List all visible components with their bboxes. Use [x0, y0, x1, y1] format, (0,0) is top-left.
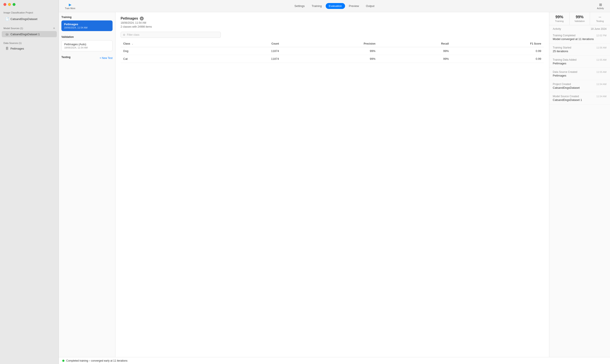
eval-subtitle: 18/06/2024, 11:54 AM	[121, 21, 544, 24]
activity-entry-value: PetImages	[553, 74, 607, 77]
col-count: Count	[207, 40, 282, 47]
eval-table: Class ⌄ Count Precision Recall F1 Score …	[121, 40, 544, 63]
activity-entry: Project Created 11:54 AM CatsandDogsData…	[549, 80, 610, 92]
activity-date-row: Activity 18 June 2024	[549, 25, 610, 31]
validation-item[interactable]: PetImages (Auto) 18/06/2024, 11:54 AM	[61, 40, 112, 51]
stat-testing-label: Testing	[596, 20, 604, 22]
activity-entry-time: 11:56 AM	[596, 46, 607, 49]
activity-button[interactable]: ⊞ Activity	[594, 1, 607, 11]
tab-settings[interactable]: Settings	[291, 3, 308, 9]
new-test-label: + New Test	[100, 56, 112, 60]
data-source-label: PetImages	[11, 47, 24, 50]
close-button[interactable]	[3, 3, 6, 6]
col-recall: Recall	[378, 40, 452, 47]
stat-training-value: 99%	[555, 15, 563, 19]
activity-entry-header: Training Completed 12:02 PM	[553, 34, 607, 37]
table-row: Dog 11874 99% 99% 0.99	[121, 47, 544, 55]
activity-entry-header: Project Created 11:54 AM	[553, 83, 607, 86]
cell-count: 11874	[207, 47, 282, 55]
stat-validation: 99% Validation	[569, 12, 590, 25]
testing-section: Testing + New Test	[61, 56, 112, 62]
activity-entry-value: Model converged at 11 iterations	[553, 37, 607, 41]
model-source-label: CatsandDogsDataset 1	[11, 33, 40, 36]
new-test-button[interactable]: + New Test	[100, 56, 112, 60]
filter-icon: ⊙	[123, 33, 125, 36]
data-source-icon: 🗄	[5, 47, 9, 50]
project-title: Image Classification Project	[0, 9, 58, 16]
activity-entry-title: Training Data Added	[553, 58, 576, 61]
stat-testing: -- Testing	[590, 12, 610, 25]
play-icon: ▶	[69, 3, 71, 7]
sidebar-item-dataset[interactable]: 📄 CatsandDogsDataset	[2, 16, 57, 22]
sort-icon[interactable]: ⌄	[131, 43, 133, 45]
activity-entry-time: 11:55 AM	[596, 58, 607, 61]
status-bar: Completed training – converged early at …	[59, 357, 610, 364]
validation-section-title: Validation	[61, 35, 112, 39]
activity-label: Activity	[597, 7, 604, 10]
add-model-source-button[interactable]: +	[53, 26, 55, 30]
dataset-icon: 📄	[5, 17, 9, 21]
activity-entry-header: Training Started 11:56 AM	[553, 46, 607, 49]
train-more-button[interactable]: ▶ Train More	[62, 1, 78, 11]
activity-icon: ⊞	[599, 3, 602, 7]
validation-item-date: 18/06/2024, 11:54 AM	[64, 46, 110, 49]
filter-row: ⊙ Filter class	[121, 32, 544, 38]
activity-entry-value: 25 iterations	[553, 50, 607, 53]
activity-entry-time: 11:55 AM	[596, 71, 607, 73]
activity-entry-time: 12:02 PM	[596, 34, 607, 37]
cell-class: Dog	[121, 47, 207, 55]
activity-entry-title: Model Source Created	[553, 95, 579, 98]
tab-preview[interactable]: Preview	[346, 3, 362, 9]
nav-tabs: Settings Training Evaluation Preview Out…	[291, 3, 377, 9]
activity-entry-time: 11:54 AM	[596, 95, 607, 98]
activity-entry-time: 11:54 AM	[596, 83, 607, 85]
stats-row: 99% Training 99% Validation -- Testing	[549, 12, 610, 25]
status-text: Completed training – converged early at …	[66, 359, 127, 362]
col-f1score: F1 Score	[452, 40, 544, 47]
activity-list: Training Completed 12:02 PM Model conver…	[549, 31, 610, 104]
tab-training[interactable]: Training	[308, 3, 325, 9]
data-sources-header: Data Sources (1)	[0, 41, 58, 45]
cell-f1: 0.99	[452, 47, 544, 55]
sidebar-item-model-source[interactable]: 🗂 CatsandDogsDataset 1	[2, 31, 57, 37]
minimize-button[interactable]	[8, 3, 11, 6]
sidebar-item-data-source[interactable]: 🗄 PetImages	[2, 45, 57, 52]
testing-section-title: Testing	[61, 56, 70, 59]
filter-input[interactable]: ⊙ Filter class	[121, 32, 221, 38]
activity-entry-title: Training Started	[553, 46, 571, 49]
cell-precision: 99%	[281, 55, 378, 63]
activity-entry-value: CatsandDogsDataset	[553, 86, 607, 89]
activity-entry: Training Data Added 11:55 AM PetImages	[549, 56, 610, 68]
eval-classes: 2 classes with 24998 items	[121, 25, 544, 28]
eval-title-row: PetImages ⊕	[121, 16, 544, 20]
activity-entry-value: PetImages	[553, 62, 607, 65]
data-sources-section: Data Sources (1) 🗄 PetImages	[0, 41, 58, 52]
col-class: Class ⌄	[121, 40, 207, 47]
activity-label: Activity	[553, 27, 561, 30]
eval-info-icon[interactable]: ⊕	[140, 16, 144, 20]
left-panel: Training PetImages 18/06/2024, 11:54 AM …	[59, 12, 115, 357]
testing-header: Testing + New Test	[61, 56, 112, 60]
cell-recall: 99%	[378, 47, 452, 55]
tab-evaluation[interactable]: Evaluation	[326, 3, 345, 9]
training-item-date: 18/06/2024, 11:54 AM	[64, 26, 110, 29]
eval-header: PetImages ⊕ 18/06/2024, 11:54 AM 2 class…	[121, 16, 544, 28]
cell-f1: 0.99	[452, 55, 544, 63]
maximize-button[interactable]	[13, 3, 15, 6]
sidebar: Image Classification Project 📄 CatsandDo…	[0, 0, 59, 364]
model-sources-header: Model Sources (1) +	[0, 26, 58, 31]
training-item[interactable]: PetImages 18/06/2024, 11:54 AM	[61, 20, 112, 31]
activity-date: 18 June 2024	[591, 27, 607, 30]
activity-entry-header: Training Data Added 11:55 AM	[553, 58, 607, 61]
validation-section: Validation PetImages (Auto) 18/06/2024, …	[61, 35, 112, 52]
training-item-name: PetImages	[64, 23, 110, 26]
activity-entry: Training Started 11:56 AM 25 iterations	[549, 43, 610, 56]
training-section-title: Training	[61, 16, 112, 19]
table-header-row: Class ⌄ Count Precision Recall F1 Score	[121, 40, 544, 47]
filter-placeholder: Filter class	[127, 33, 139, 36]
tab-output[interactable]: Output	[363, 3, 377, 9]
validation-item-name: PetImages (Auto)	[64, 43, 110, 46]
activity-entry: Model Source Created 11:54 AM CatsandDog…	[549, 92, 610, 104]
stat-training-label: Training	[555, 20, 563, 22]
right-panel: 99% Training 99% Validation -- Testing A…	[549, 12, 610, 357]
